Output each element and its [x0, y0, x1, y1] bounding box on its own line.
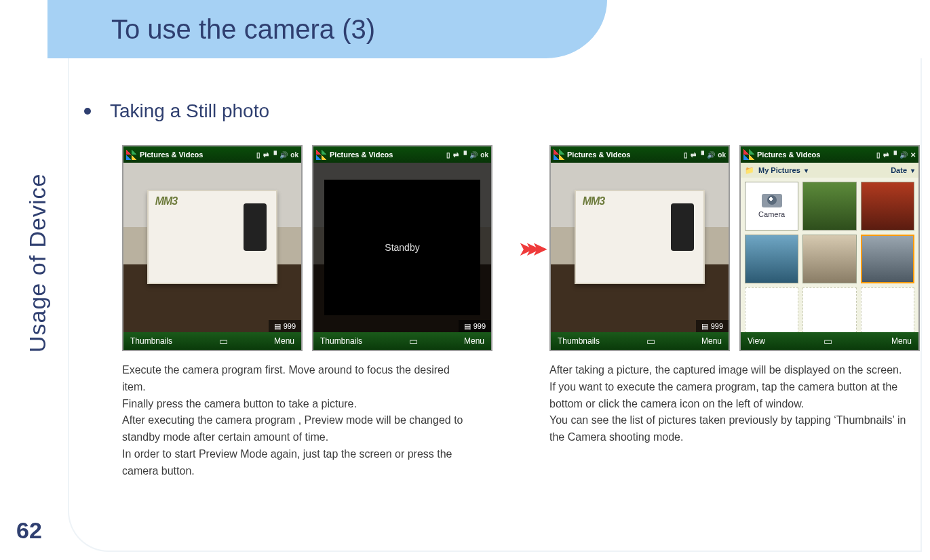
counter-icon: ▤ — [464, 322, 471, 331]
section-label: Usage of Device — [24, 174, 51, 353]
phone-titlebar: Pictures & Videos ▯ ⇄ ▝ 🔊 ok — [123, 146, 301, 163]
camera-icon — [762, 194, 782, 207]
screenshot-thumbnail-gallery: Pictures & Videos ▯ ⇄ ▝ 🔊 ✕ 📁 My Picture… — [739, 145, 920, 351]
softkey-right: Menu — [464, 336, 484, 346]
screenshot-group-left: Pictures & Videos ▯ ⇄ ▝ 🔊 ok ▤ 999 — [122, 145, 502, 480]
thumbnail-item — [861, 182, 914, 231]
chevron-down-icon: ▾ — [805, 167, 808, 174]
camera-scene — [551, 163, 729, 332]
softkey-left: Thumbnails — [320, 336, 362, 346]
titlebar-ok: ok — [290, 151, 298, 159]
counter-icon: ▤ — [274, 322, 281, 331]
screenshot-camera-preview: Pictures & Videos ▯ ⇄ ▝ 🔊 ok ▤ 999 — [122, 145, 303, 351]
counter-value: 999 — [284, 322, 296, 330]
shot-counter: ▤ 999 — [696, 320, 729, 332]
phone-softbar: Thumbnails ▭ Menu — [123, 332, 301, 350]
windows-logo-icon — [126, 149, 137, 160]
thumbnail-item-selected — [861, 235, 914, 283]
softkey-right: Menu — [701, 336, 722, 346]
scene-subject-box — [575, 190, 705, 284]
thumbnail-grid: Camera — [741, 178, 918, 332]
shot-counter: ▤ 999 — [269, 320, 301, 332]
subbar-sort: Date — [891, 166, 907, 174]
windows-logo-icon — [743, 149, 754, 160]
thumbnail-item — [802, 235, 856, 283]
thumbnail-camera-tile: Camera — [745, 182, 798, 231]
screenshot-camera-standby: Pictures & Videos ▯ ⇄ ▝ 🔊 ok Standby ▤ — [312, 145, 492, 351]
scene-subject-box — [147, 190, 278, 284]
battery-icon: ▯ — [876, 151, 880, 159]
titlebar-status-icons: ▯ ⇄ ▝ 🔊 ✕ — [876, 151, 916, 159]
shot-counter: ▤ 999 — [459, 320, 491, 332]
counter-value: 999 — [711, 322, 723, 330]
bullet-dot-icon — [84, 108, 91, 115]
phone-softbar: View ▭ Menu — [741, 332, 918, 350]
titlebar-status-icons: ▯ ⇄ ▝ 🔊 ok — [256, 151, 298, 159]
subbar-folder: My Pictures — [758, 166, 800, 174]
titlebar-ok: ok — [480, 151, 488, 159]
signal-icon: ▝ — [271, 151, 277, 159]
softkey-left: View — [748, 336, 765, 346]
counter-value: 999 — [473, 322, 486, 330]
phone-titlebar: Pictures & Videos ▯ ⇄ ▝ 🔊 ok — [551, 146, 729, 163]
softkey-right: Menu — [891, 336, 912, 346]
gallery-viewport: Camera — [741, 178, 918, 332]
caption-left: Execute the camera program first. Move a… — [122, 362, 475, 480]
thumbnail-empty — [861, 287, 914, 332]
chevron-down-icon: ▾ — [911, 167, 914, 174]
signal-icon: ▝ — [891, 151, 897, 159]
signal-icon: ▝ — [461, 151, 467, 159]
sync-icon: ⇄ — [883, 151, 889, 159]
sync-icon: ⇄ — [263, 151, 269, 159]
battery-icon: ▯ — [446, 151, 450, 159]
speaker-icon: 🔊 — [707, 151, 715, 159]
battery-icon: ▯ — [256, 151, 260, 159]
sync-icon: ⇄ — [691, 151, 696, 159]
thumbnail-item — [745, 235, 798, 283]
bullet-heading: Taking a Still photo — [84, 100, 269, 122]
titlebar-status-icons: ▯ ⇄ ▝ 🔊 ok — [446, 151, 488, 159]
camera-tile-label: Camera — [758, 210, 785, 218]
titlebar-close: ✕ — [910, 151, 916, 159]
speaker-icon: 🔊 — [899, 151, 908, 159]
phone-softbar: Thumbnails ▭ Menu — [313, 332, 491, 350]
windows-logo-icon — [316, 149, 327, 160]
flow-arrow-icon: ➤➤➤ — [519, 239, 542, 254]
counter-icon: ▤ — [701, 322, 708, 331]
signal-icon: ▝ — [699, 151, 704, 159]
titlebar-app-name: Pictures & Videos — [567, 151, 630, 159]
phone-softbar: Thumbnails ▭ Menu — [551, 332, 729, 350]
screenshot-captured-image: Pictures & Videos ▯ ⇄ ▝ 🔊 ok ▤ 999 — [549, 145, 730, 351]
titlebar-app-name: Pictures & Videos — [140, 151, 203, 159]
screenshot-group-right: Pictures & Videos ▯ ⇄ ▝ 🔊 ok ▤ 999 — [549, 145, 929, 446]
thumbnail-empty — [745, 287, 798, 332]
camera-viewport: Standby ▤ 999 — [313, 163, 491, 332]
camera-viewport: ▤ 999 — [551, 163, 729, 332]
standby-overlay: Standby — [324, 180, 481, 315]
softbar-mid-icon: ▭ — [172, 336, 274, 346]
camera-viewport: ▤ 999 — [123, 163, 301, 332]
folder-icon: 📁 — [745, 166, 754, 175]
softbar-mid-icon: ▭ — [765, 336, 891, 346]
phone-titlebar: Pictures & Videos ▯ ⇄ ▝ 🔊 ok — [313, 146, 491, 163]
sync-icon: ⇄ — [453, 151, 459, 159]
titlebar-app-name: Pictures & Videos — [757, 151, 820, 159]
softbar-mid-icon: ▭ — [600, 336, 701, 346]
page-number: 62 — [16, 517, 42, 544]
slide-header: To use the camera (3) — [68, 0, 375, 58]
titlebar-app-name: Pictures & Videos — [330, 151, 393, 159]
speaker-icon: 🔊 — [469, 151, 478, 159]
camera-scene — [123, 163, 301, 332]
softkey-left: Thumbnails — [558, 336, 600, 346]
battery-icon: ▯ — [684, 151, 688, 159]
bullet-text: Taking a Still photo — [110, 100, 269, 122]
page-title: To use the camera (3) — [68, 14, 375, 45]
titlebar-status-icons: ▯ ⇄ ▝ 🔊 ok — [684, 151, 726, 159]
softkey-left: Thumbnails — [130, 336, 172, 346]
standby-text: Standby — [385, 242, 419, 253]
speaker-icon: 🔊 — [279, 151, 288, 159]
softbar-mid-icon: ▭ — [362, 336, 464, 346]
phone-titlebar: Pictures & Videos ▯ ⇄ ▝ 🔊 ✕ — [741, 146, 918, 163]
softkey-right: Menu — [274, 336, 294, 346]
windows-logo-icon — [554, 149, 564, 160]
